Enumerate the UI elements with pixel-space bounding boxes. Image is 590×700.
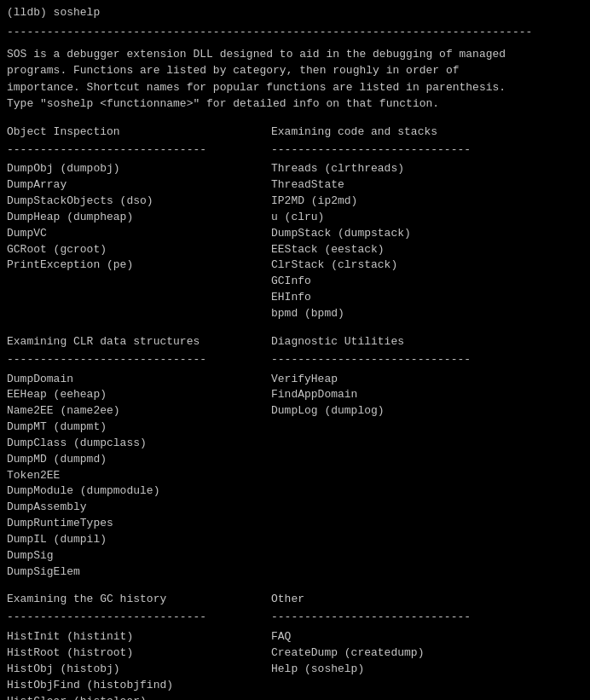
section-title-object: Object Inspection [7, 124, 271, 141]
col-left-gc: Examining the GC history ---------------… [7, 592, 271, 700]
col-left-clr: Examining CLR data structures ----------… [7, 334, 271, 581]
desc-line-2: programs. Functions are listed by catego… [7, 62, 583, 79]
item-threadstate: ThreadState [271, 177, 583, 194]
item-eeheap: EEHeap (eeheap) [7, 387, 271, 403]
item-createdump: CreateDump (createdump) [271, 645, 583, 662]
prompt-line: (lldb) soshelp [7, 5, 583, 21]
section-object-inspection: Object Inspection ----------------------… [7, 124, 583, 322]
section-div-object: ------------------------------ [7, 142, 271, 159]
item-dumparray: DumpArray [7, 177, 271, 194]
section-div-other: ------------------------------ [271, 610, 583, 626]
description: SOS is a debugger extension DLL designed… [7, 46, 583, 113]
item-u: u (clru) [271, 210, 583, 226]
section-div-stacks: ------------------------------ [271, 142, 583, 159]
item-dumpstack: DumpStack (dumpstack) [271, 226, 583, 242]
item-gcinfo: GCInfo [271, 274, 583, 290]
item-findappdomain: FindAppDomain [271, 387, 583, 403]
item-ehinfo: EHInfo [271, 290, 583, 306]
item-clrstack: ClrStack (clrstack) [271, 257, 583, 274]
section-div-gc: ------------------------------ [7, 610, 271, 626]
item-dumpstackobjects: DumpStackObjects (dso) [7, 194, 271, 210]
section-div-clr: ------------------------------ [7, 352, 271, 368]
item-bpmd: bpmd (bpmd) [271, 306, 583, 322]
item-dumpmodule: DumpModule (dumpmodule) [7, 483, 271, 500]
section-title-stacks: Examining code and stacks [271, 124, 583, 141]
item-help: Help (soshelp) [271, 662, 583, 678]
desc-line-4: Type "soshelp <functionname>" for detail… [7, 95, 583, 113]
col-right-other: Other ------------------------------ FAQ… [271, 592, 583, 700]
item-dumplog: DumpLog (dumplog) [271, 403, 583, 419]
section-title-gc: Examining the GC history [7, 592, 271, 608]
desc-line-3: importance. Shortcut names for popular f… [7, 79, 583, 96]
section-title-other: Other [271, 592, 583, 608]
section-title-diag: Diagnostic Utilities [271, 334, 583, 350]
item-histclear: HistClear (histclear) [7, 694, 271, 700]
item-dumpassembly: DumpAssembly [7, 500, 271, 516]
item-histroot: HistRoot (histroot) [7, 645, 271, 662]
item-dumpmd: DumpMD (dumpmd) [7, 452, 271, 468]
col-left-object: Object Inspection ----------------------… [7, 124, 271, 322]
item-dumpruntimetypes: DumpRuntimeTypes [7, 516, 271, 532]
item-dumpil: DumpIL (dumpil) [7, 532, 271, 548]
item-dumpclass: DumpClass (dumpclass) [7, 436, 271, 452]
item-verifyheap: VerifyHeap [271, 372, 583, 388]
item-ip2md: IP2MD (ip2md) [271, 194, 583, 210]
desc-line-1: SOS is a debugger extension DLL designed… [7, 46, 583, 63]
item-dumpsig: DumpSig [7, 548, 271, 564]
item-dumpmt: DumpMT (dumpmt) [7, 419, 271, 436]
item-eestack: EEStack (eestack) [271, 242, 583, 258]
item-histobj: HistObj (histobj) [7, 662, 271, 678]
item-dumpobj: DumpObj (dumpobj) [7, 161, 271, 177]
section-clr-data: Examining CLR data structures ----------… [7, 334, 583, 581]
item-token2ee: Token2EE [7, 468, 271, 484]
item-histinit: HistInit (histinit) [7, 629, 271, 645]
item-dumpdomain: DumpDomain [7, 372, 271, 388]
item-threads: Threads (clrthreads) [271, 161, 583, 177]
section-div-diag: ------------------------------ [271, 352, 583, 368]
item-name2ee: Name2EE (name2ee) [7, 403, 271, 419]
item-printexception: PrintException (pe) [7, 257, 271, 274]
section-gc-history: Examining the GC history ---------------… [7, 592, 583, 700]
item-gcroot: GCRoot (gcroot) [7, 242, 271, 258]
item-dumpheap: DumpHeap (dumpheap) [7, 210, 271, 226]
top-divider: ----------------------------------------… [7, 25, 583, 41]
item-histobjfind: HistObjFind (histobjfind) [7, 678, 271, 694]
item-dumpvc: DumpVC [7, 226, 271, 242]
item-faq: FAQ [271, 629, 583, 645]
item-dumpsigelem: DumpSigElem [7, 564, 271, 581]
col-right-diag: Diagnostic Utilities -------------------… [271, 334, 583, 581]
section-title-clr: Examining CLR data structures [7, 334, 271, 350]
col-right-stacks: Examining code and stacks --------------… [271, 124, 583, 322]
